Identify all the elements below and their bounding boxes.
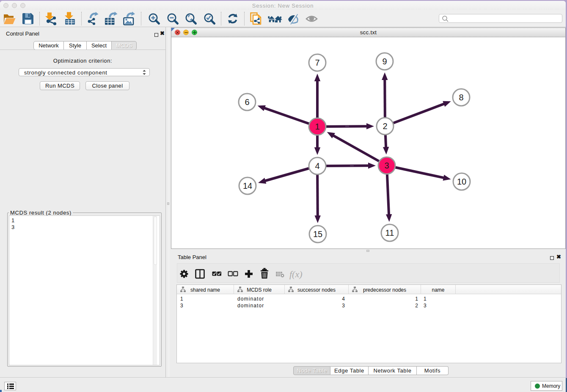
- svg-text:14: 14: [243, 181, 252, 190]
- svg-text:3: 3: [384, 161, 389, 170]
- svg-text:6: 6: [245, 97, 249, 107]
- svg-text:11: 11: [385, 228, 394, 237]
- svg-text:2: 2: [383, 121, 387, 131]
- svg-text:f(x): f(x): [289, 269, 303, 279]
- svg-text:9: 9: [382, 57, 387, 66]
- svg-text:1: 1: [315, 122, 319, 131]
- svg-text:8: 8: [459, 93, 463, 102]
- svg-text:4: 4: [315, 161, 319, 171]
- svg-text:7: 7: [315, 58, 319, 67]
- svg-text:10: 10: [457, 177, 466, 186]
- svg-text:15: 15: [313, 229, 322, 239]
